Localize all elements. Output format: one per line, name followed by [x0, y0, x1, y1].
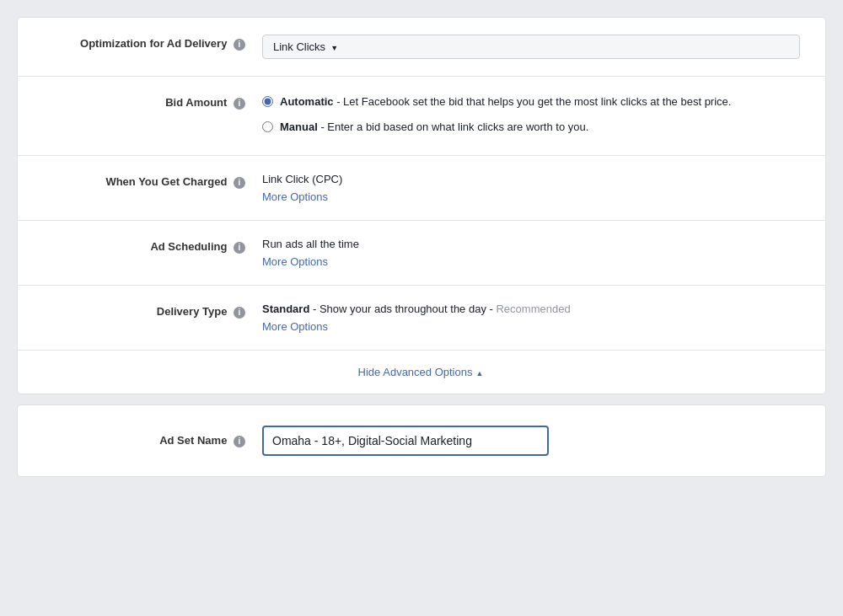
ad-scheduling-label: Ad Scheduling i: [43, 238, 262, 254]
optimization-content: Link Clicks: [262, 35, 800, 59]
when-charged-content: Link Click (CPC) More Options: [262, 173, 800, 203]
optimization-label: Optimization for Ad Delivery i: [43, 35, 262, 51]
dropdown-chevron-icon: [330, 40, 338, 53]
when-charged-value: Link Click (CPC): [262, 173, 800, 185]
bid-automatic-radio[interactable]: [262, 96, 273, 107]
when-charged-info-icon[interactable]: i: [234, 177, 245, 189]
delivery-type-value: Standard - Show your ads throughout the …: [262, 303, 800, 315]
adset-name-row: Ad Set Name i: [43, 426, 800, 456]
page-wrapper: Optimization for Ad Delivery i Link Clic…: [0, 0, 843, 494]
ad-scheduling-value: Run ads all the time: [262, 238, 800, 250]
ad-scheduling-section: Ad Scheduling i Run ads all the time Mor…: [18, 221, 825, 286]
delivery-type-more-options[interactable]: More Options: [262, 320, 800, 333]
bid-manual-label: Manual - Enter a bid based on what link …: [280, 119, 588, 136]
adset-name-label: Ad Set Name i: [43, 434, 262, 447]
optimization-dropdown[interactable]: Link Clicks: [262, 35, 800, 59]
bid-amount-content: Automatic - Let Facebook set the bid tha…: [262, 94, 800, 138]
delivery-type-label: Delivery Type i: [43, 303, 262, 319]
delivery-type-content: Standard - Show your ads throughout the …: [262, 303, 800, 333]
when-charged-more-options[interactable]: More Options: [262, 190, 800, 203]
bid-manual-radio[interactable]: [262, 121, 273, 132]
ad-scheduling-more-options[interactable]: More Options: [262, 255, 800, 268]
bid-manual-row: Manual - Enter a bid based on what link …: [262, 119, 800, 136]
delivery-type-info-icon[interactable]: i: [234, 307, 245, 319]
advanced-options-card: Optimization for Ad Delivery i Link Clic…: [17, 17, 826, 394]
when-charged-label: When You Get Charged i: [43, 173, 262, 190]
ad-scheduling-info-icon[interactable]: i: [234, 242, 245, 254]
delivery-type-section: Delivery Type i Standard - Show your ads…: [18, 286, 825, 351]
bid-amount-section: Bid Amount i Automatic - Let Facebook se…: [18, 77, 825, 156]
optimization-section: Optimization for Ad Delivery i Link Clic…: [18, 18, 825, 77]
hide-advanced-row: Hide Advanced Options: [18, 351, 825, 394]
optimization-info-icon[interactable]: i: [234, 39, 245, 51]
bid-automatic-label: Automatic - Let Facebook set the bid tha…: [280, 94, 731, 110]
when-charged-section: When You Get Charged i Link Click (CPC) …: [18, 156, 825, 221]
bid-automatic-row: Automatic - Let Facebook set the bid tha…: [262, 94, 800, 110]
adset-name-card: Ad Set Name i: [17, 404, 826, 477]
bid-amount-label: Bid Amount i: [43, 94, 262, 110]
adset-name-input[interactable]: [262, 426, 549, 456]
hide-advanced-button[interactable]: Hide Advanced Options: [358, 366, 486, 378]
ad-scheduling-content: Run ads all the time More Options: [262, 238, 800, 268]
bid-amount-info-icon[interactable]: i: [234, 98, 245, 110]
adset-name-info-icon[interactable]: i: [234, 436, 245, 447]
hide-advanced-chevron-icon: [475, 366, 485, 378]
